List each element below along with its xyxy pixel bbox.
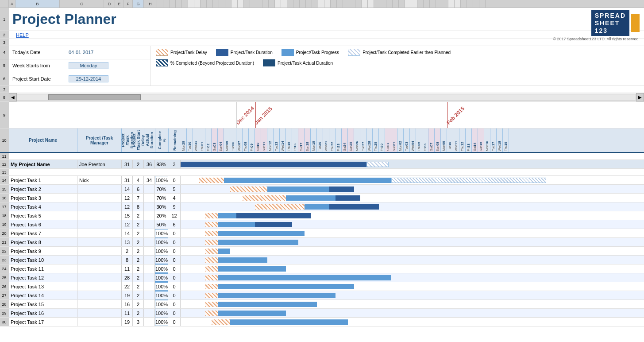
task-row: 16 Project Task 3 12 7 70% 4 [0,194,644,202]
gantt-col-header [225,0,231,8]
row-num-7: 7 [0,86,9,93]
day-header-cell: 04Sun [218,128,224,152]
gantt-col-header [448,0,455,8]
task-manager-cell [77,264,122,273]
day-header-cell: 11Sun [261,128,267,152]
task-duration-cell: 12 [122,202,133,211]
gantt-col-header [281,0,287,8]
task-complete-pct-cell: 20% [155,211,168,220]
task-name-cell: Project Task 3 [9,194,77,202]
task-complete-pct-cell: 100% [155,247,168,255]
task-actual-duration-cell [144,211,155,220]
task-complete-pct-cell: 100% [155,318,168,326]
th-remaining: Remaining [168,128,181,152]
project-remaining-cell: 3 [168,160,181,168]
day-header-cell: 24Sat [342,128,348,152]
col-header-b: B [15,0,60,8]
row-num-14: 14 [0,176,9,184]
month-label: Feb 2015 [445,105,466,126]
task-row: 19 Project Task 6 12 2 50% 6 [0,220,644,229]
gantt-delay-bar [205,311,218,316]
day-header-cell: 28Wed [366,128,373,152]
gantt-col-header [386,0,393,8]
scroll-left-btn[interactable]: ◀ [9,93,17,101]
gantt-progress-bar [224,178,416,183]
gantt-col-header [312,0,318,8]
task-name-cell: Project Task 14 [9,291,77,299]
day-header-cell: 02Fri [205,128,212,152]
task-gantt-cell [181,264,644,273]
task-complete-pct-cell: 100% [155,238,168,246]
task-manager-cell [77,220,122,229]
task-actual-duration-cell: 34 [144,176,155,184]
task-manager-cell [77,309,122,317]
task-gantt-cell [181,256,644,264]
day-header-cell: 03Sat [212,128,218,152]
row-num-26: 26 [0,282,9,291]
task-remaining-cell: 0 [168,282,181,291]
gantt-progress-bar [218,302,317,307]
day-header-cell: 04Wed [410,128,416,152]
gantt-progress-bar [218,222,255,227]
row-num-15: 15 [0,185,9,193]
gantt-col-header [455,0,461,8]
th-actual-duration: Actual Duration [144,128,155,152]
task-manager-cell [77,229,122,237]
month-label: Jan 2015 [253,105,274,126]
help-link[interactable]: HELP [12,31,32,39]
day-header-cell: 05Mon [224,128,230,152]
gantt-delay-bar [199,178,224,183]
day-header-cell: 31Sat [385,128,391,152]
brand-copyright: © 2017 Spreadsheet123 LTD. All rights re… [553,37,640,41]
day-header-cell: 13Tue [274,128,280,152]
task-complete-pct-cell: 100% [155,264,168,273]
col-header-h: H [144,0,157,8]
task-remaining-cell: 12 [168,211,181,220]
task-name-cell: Project Task 4 [9,202,77,211]
legend-beyond: % Completed (Beyond Projected Duration) [156,59,254,66]
col-header-e: E [115,0,124,8]
task-start-delay-cell: 2 [133,300,144,308]
gantt-col-header [269,0,275,8]
scroll-thumb[interactable] [48,94,141,100]
th-complete-pct: Complete % [155,128,168,152]
task-remaining-cell: 0 [168,247,181,255]
project-manager-cell: Joe Preston [77,160,122,168]
gantt-col-header [430,0,436,8]
task-duration-cell: 14 [122,185,133,193]
project-start-value[interactable]: 29-12-2014 [69,75,108,82]
task-remaining-cell: 0 [168,264,181,273]
gantt-col-header [411,0,417,8]
month-headers: Dec 2014Jan 2015Feb 2015 [237,102,644,128]
day-header-cell: 14Sat [472,128,478,152]
row-num-23: 23 [0,256,9,264]
gantt-delay-bar [205,231,218,236]
task-name-cell: Project Task 11 [9,264,77,273]
task-name-cell: Project Task 17 [9,318,77,326]
task-remaining-cell: 0 [168,318,181,326]
day-header-cell: 15Thu [286,128,292,152]
gantt-col-header [368,0,374,8]
row-num-2: 2 [0,31,9,39]
project-start-delay-cell: 2 [133,160,144,168]
gantt-progress-bar [230,319,348,325]
gantt-col-header [467,0,473,8]
row-num-4: 4 [0,46,8,59]
gantt-col-header [324,0,331,8]
scroll-track[interactable] [17,94,636,101]
task-complete-pct-cell: 100% [155,256,168,264]
week-starts-value[interactable]: Monday [69,62,108,69]
row-num-17: 17 [0,202,9,211]
task-row: 24 Project Task 11 11 2 100% 0 [0,264,644,273]
gantt-col-header [300,0,306,8]
gantt-delay-bar [205,213,218,218]
brand-accent [631,14,640,32]
scroll-right-btn[interactable]: ▶ [636,93,644,101]
task-complete-pct-cell: 30% [155,202,168,211]
task-start-delay-cell: 2 [133,220,144,229]
row-num-10: 10 [0,128,9,152]
row-num-1: 1 [0,8,9,31]
task-gantt-cell [181,220,644,229]
task-actual-duration-cell [144,229,155,237]
task-actual-duration-cell [144,291,155,299]
